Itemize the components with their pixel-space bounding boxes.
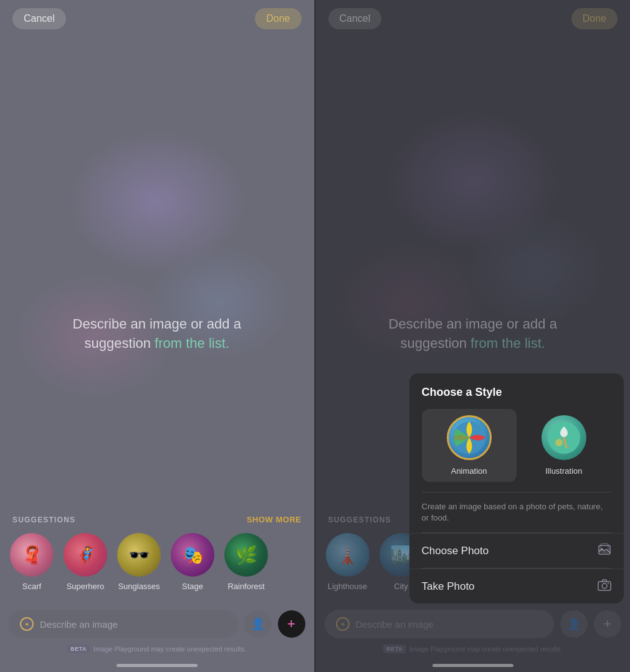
input-placeholder-left: Describe an image bbox=[40, 619, 118, 630]
top-bar-left: Cancel Done bbox=[0, 0, 314, 37]
suggestions-section-left: SUGGESTIONS SHOW MORE 🧣 Scarf 🦸 Superher… bbox=[0, 515, 314, 591]
suggestions-row-left: 🧣 Scarf 🦸 Superhero 🕶️ Sunglasses bbox=[10, 533, 304, 591]
suggestion-circle-rainforest: 🌿 bbox=[224, 533, 268, 577]
home-indicator-right bbox=[432, 664, 513, 667]
person-icon-right: 👤 bbox=[567, 617, 581, 631]
suggestion-label-scarf: Scarf bbox=[22, 582, 41, 591]
person-icon-left: 👤 bbox=[251, 617, 265, 631]
person-button-right[interactable]: 👤 bbox=[560, 610, 588, 638]
suggestion-circle-lighthouse: 🗼 bbox=[326, 533, 370, 577]
suggestion-scarf[interactable]: 🧣 Scarf bbox=[10, 533, 54, 591]
plus-button-left[interactable]: + bbox=[278, 610, 305, 638]
prompt-highlight-right: from the list. bbox=[470, 335, 545, 351]
style-option-illustration[interactable]: Illustration bbox=[517, 409, 611, 482]
suggestion-label-superhero: Superhero bbox=[67, 582, 105, 591]
right-panel: Cancel Done Describe an image or add a s… bbox=[316, 0, 631, 672]
camera-icon bbox=[598, 578, 611, 595]
suggestion-circle-stage: 🎭 bbox=[171, 533, 214, 577]
beta-text-left: Image Playground may create unexpected r… bbox=[93, 645, 246, 653]
animation-style-icon bbox=[447, 415, 492, 460]
illustration-style-icon bbox=[542, 415, 586, 460]
beta-badge-left: BETA bbox=[67, 645, 90, 653]
plus-icon-right: + bbox=[604, 616, 612, 632]
suggestion-label-stage: Stage bbox=[182, 582, 203, 591]
prompt-highlight-left: from the list. bbox=[155, 335, 229, 351]
suggestion-circle-scarf: 🧣 bbox=[10, 533, 54, 577]
illustration-style-label: Illustration bbox=[545, 466, 582, 476]
suggestion-label-city: City bbox=[394, 582, 408, 591]
suggestion-circle-superhero: 🦸 bbox=[64, 533, 107, 577]
sparkle-icon-left: ✦ bbox=[20, 617, 34, 631]
show-more-button-left[interactable]: SHOW MORE bbox=[247, 515, 302, 524]
svg-rect-6 bbox=[598, 582, 611, 590]
bottom-bar-right: ✦ Describe an image 👤 + BETA Image Playg… bbox=[316, 610, 631, 653]
style-option-animation[interactable]: Animation bbox=[422, 409, 517, 482]
suggestions-label-left: SUGGESTIONS bbox=[12, 516, 75, 524]
suggestions-label-right: SUGGESTIONS bbox=[328, 516, 391, 524]
bottom-bar-left: ✦ Describe an image 👤 + BETA Image Playg… bbox=[0, 610, 314, 653]
suggestion-sunglasses[interactable]: 🕶️ Sunglasses bbox=[117, 533, 161, 591]
suggestion-lighthouse[interactable]: 🗼 Lighthouse bbox=[326, 533, 370, 591]
beach-umbrella-illustration bbox=[546, 420, 581, 455]
beach-ball-animation bbox=[452, 420, 487, 455]
style-options-row: Animation Illustration bbox=[409, 409, 624, 492]
input-placeholder-right: Describe an image bbox=[356, 619, 434, 630]
input-row-right: ✦ Describe an image 👤 + bbox=[325, 610, 622, 638]
suggestion-circle-sunglasses: 🕶️ bbox=[117, 533, 161, 577]
take-photo-row[interactable]: Take Photo bbox=[409, 569, 624, 603]
center-prompt-right: Describe an image or add a suggestion fr… bbox=[373, 315, 573, 353]
sparkle-icon-right: ✦ bbox=[336, 617, 350, 631]
cancel-button-left[interactable]: Cancel bbox=[12, 8, 66, 29]
input-container-right[interactable]: ✦ Describe an image bbox=[325, 610, 555, 638]
beta-text-right: Image Playground may create unexpected r… bbox=[409, 645, 562, 653]
suggestions-header-left: SUGGESTIONS SHOW MORE bbox=[10, 515, 304, 524]
cancel-button-right[interactable]: Cancel bbox=[328, 8, 382, 29]
suggestion-label-sunglasses: Sunglasses bbox=[118, 582, 160, 591]
suggestion-label-rainforest: Rainforest bbox=[227, 582, 264, 591]
person-button-left[interactable]: 👤 bbox=[244, 610, 272, 638]
prompt-text-line1-left: Describe an image or add a bbox=[73, 316, 241, 332]
beta-badge-right: BETA bbox=[383, 645, 406, 653]
done-button-right[interactable]: Done bbox=[571, 8, 618, 29]
choose-photo-row[interactable]: Choose Photo bbox=[409, 533, 624, 568]
suggestion-superhero[interactable]: 🦸 Superhero bbox=[64, 533, 107, 591]
modal-description: Create an image based on a photo of pets… bbox=[409, 492, 624, 532]
svg-point-7 bbox=[602, 583, 607, 588]
home-indicator-left bbox=[117, 664, 198, 667]
choose-photo-label: Choose Photo bbox=[422, 545, 489, 557]
beta-row-right: BETA Image Playground may create unexpec… bbox=[325, 645, 622, 653]
modal-title: Choose a Style bbox=[409, 373, 624, 409]
done-button-left[interactable]: Done bbox=[255, 8, 301, 29]
prompt-text-line2-right: suggestion bbox=[401, 335, 471, 351]
plus-icon-left: + bbox=[287, 616, 295, 632]
plus-button-right[interactable]: + bbox=[594, 610, 621, 638]
left-panel: Cancel Done Describe an image or add a s… bbox=[0, 0, 315, 672]
photo-library-icon bbox=[598, 542, 611, 559]
input-container-left[interactable]: ✦ Describe an image bbox=[9, 610, 238, 638]
suggestion-label-lighthouse: Lighthouse bbox=[328, 582, 368, 591]
suggestion-rainforest[interactable]: 🌿 Rainforest bbox=[224, 533, 268, 591]
center-prompt-left: Describe an image or add a suggestion fr… bbox=[57, 315, 257, 353]
input-row-left: ✦ Describe an image 👤 + bbox=[9, 610, 305, 638]
prompt-text-line1-right: Describe an image or add a bbox=[389, 316, 557, 332]
style-modal: Choose a Style Animation bbox=[409, 373, 624, 603]
beta-row-left: BETA Image Playground may create unexpec… bbox=[9, 645, 305, 653]
prompt-text-line2-left: suggestion bbox=[85, 335, 155, 351]
svg-point-8 bbox=[608, 583, 609, 584]
svg-point-2 bbox=[555, 439, 563, 446]
animation-style-label: Animation bbox=[451, 466, 487, 476]
take-photo-label: Take Photo bbox=[422, 580, 475, 593]
suggestion-stage[interactable]: 🎭 Stage bbox=[171, 533, 214, 591]
top-bar-right: Cancel Done bbox=[316, 0, 631, 37]
